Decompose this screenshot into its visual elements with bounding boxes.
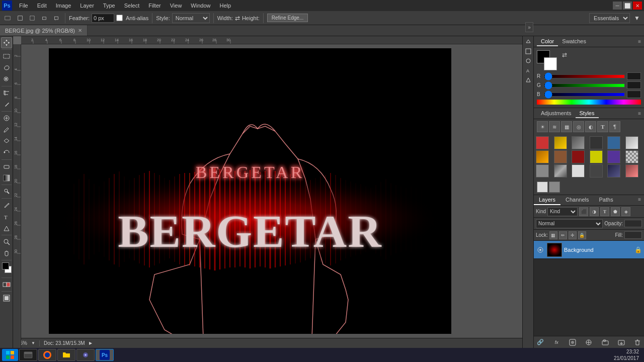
adj-saturation-icon[interactable]: ◐ — [585, 121, 596, 132]
add-adjustment-icon[interactable] — [584, 338, 593, 347]
taskbar-explorer[interactable] — [19, 349, 37, 361]
color-panel-collapse[interactable]: ≡ — [638, 39, 641, 44]
foreground-color-swatch[interactable] — [2, 262, 9, 269]
adjustments-tab[interactable]: Adjustments — [537, 109, 576, 118]
style-thumb-14[interactable] — [554, 164, 567, 177]
kind-filter-select[interactable]: Kind — [547, 207, 578, 216]
menu-select[interactable]: Select — [120, 2, 144, 10]
clone-stamp-icon[interactable] — [1, 136, 12, 147]
mini-tool-5[interactable] — [524, 75, 533, 84]
menu-type[interactable]: Type — [99, 2, 119, 10]
hand-tool-icon[interactable] — [1, 248, 12, 259]
lock-transparent-icon[interactable]: ▦ — [549, 231, 557, 239]
marquee-tool-icon[interactable] — [1, 51, 12, 62]
style-thumb-18[interactable] — [625, 164, 638, 177]
b-slider[interactable] — [544, 93, 625, 97]
gradient-tool-icon[interactable] — [1, 172, 12, 184]
style-thumb-13[interactable] — [536, 164, 549, 177]
style-thumb-1[interactable] — [536, 136, 549, 149]
style-thumb-6[interactable] — [625, 136, 638, 149]
background-color[interactable] — [544, 57, 557, 70]
minimize-button[interactable]: ─ — [613, 2, 622, 10]
tool-option-4[interactable] — [51, 13, 61, 23]
swap-colors-icon[interactable]: ⇄ — [562, 51, 567, 58]
mini-tool-1[interactable] — [524, 37, 533, 46]
mini-tool-3[interactable] — [524, 56, 533, 65]
adj-text-icon[interactable]: T — [597, 121, 608, 132]
brush-tool-icon[interactable] — [1, 124, 12, 135]
crop-tool-icon[interactable] — [1, 87, 12, 99]
r-slider[interactable] — [544, 74, 625, 78]
menu-filter[interactable]: Filter — [144, 2, 165, 10]
style-thumb-8[interactable] — [554, 150, 567, 163]
refine-edge-button[interactable]: Refine Edge... — [267, 14, 308, 22]
lock-image-icon[interactable]: ✏ — [559, 231, 567, 239]
taskbar-files[interactable] — [57, 349, 75, 361]
style-thumb-12[interactable] — [625, 150, 638, 163]
start-button[interactable] — [2, 349, 18, 361]
type-tool-icon[interactable]: T — [1, 211, 12, 222]
panel-collapse-button[interactable]: » — [525, 22, 533, 32]
layers-tab[interactable]: Layers — [534, 195, 560, 205]
r-value[interactable]: 0 — [627, 72, 641, 80]
workspace-options-icon[interactable]: ▼ — [632, 15, 642, 22]
color-tab[interactable]: Color — [537, 37, 558, 46]
taskbar-media[interactable] — [76, 349, 95, 361]
add-mask-icon[interactable] — [568, 338, 577, 347]
color-spectrum[interactable] — [537, 100, 641, 105]
channels-tab[interactable]: Channels — [560, 195, 594, 205]
eyedropper-tool-icon[interactable] — [1, 99, 12, 110]
mini-tool-2[interactable] — [524, 47, 533, 56]
style-thumb-16[interactable] — [590, 164, 603, 177]
b-value[interactable]: 0 — [627, 90, 641, 98]
lock-all-icon[interactable]: 🔒 — [578, 231, 586, 239]
menu-image[interactable]: Image — [52, 2, 75, 10]
path-select-icon[interactable] — [1, 223, 12, 234]
menu-window[interactable]: Window — [187, 2, 214, 10]
style-select[interactable]: Normal — [172, 13, 210, 23]
paths-tab[interactable]: Paths — [594, 195, 618, 205]
close-tab-button[interactable]: ✕ — [78, 28, 82, 33]
create-group-icon[interactable] — [601, 338, 610, 347]
feather-input[interactable] — [92, 14, 114, 23]
style-thumb-7[interactable] — [536, 150, 549, 163]
taskbar-photoshop[interactable]: Ps — [96, 349, 114, 361]
arrow-icon[interactable]: ▶ — [89, 341, 92, 345]
dodge-tool-icon[interactable] — [1, 186, 12, 197]
layer-visibility-toggle[interactable] — [536, 245, 545, 254]
taskbar-firefox[interactable] — [38, 349, 56, 361]
screen-mode-icon[interactable] — [1, 293, 12, 304]
tool-option-1[interactable] — [15, 13, 25, 23]
width-swap-icon[interactable]: ⇄ — [235, 15, 240, 22]
style-thumb-10[interactable] — [590, 150, 603, 163]
tool-option-3[interactable] — [39, 13, 49, 23]
lock-position-icon[interactable]: ✛ — [569, 231, 577, 239]
style-thumb-2[interactable] — [554, 136, 567, 149]
style-thumb-17[interactable] — [607, 164, 620, 177]
menu-file[interactable]: File — [15, 2, 32, 10]
style-thumb-11[interactable] — [607, 150, 620, 163]
document-tab[interactable]: BERGE.jpg @ 25% (RGB/8) ✕ — [0, 25, 88, 36]
restore-button[interactable]: ⬜ — [623, 2, 632, 10]
layer-fx-icon[interactable]: fx — [552, 338, 561, 347]
adj-levels-icon[interactable]: ▦ — [561, 121, 572, 132]
layer-link-icon[interactable]: 🔗 — [536, 338, 545, 347]
workspace-select[interactable]: Essentials — [589, 13, 630, 23]
adj-paragraph-icon[interactable]: ¶ — [609, 121, 620, 132]
style-thumb-4[interactable] — [590, 136, 603, 149]
eraser-tool-icon[interactable] — [1, 161, 12, 172]
delete-layer-icon[interactable] — [633, 338, 642, 347]
swatches-tab[interactable]: Swatches — [558, 37, 590, 46]
rectangular-marquee-icon[interactable] — [2, 13, 13, 24]
menu-view[interactable]: View — [166, 2, 186, 10]
blend-mode-select[interactable]: Normal — [536, 219, 603, 228]
healing-tool-icon[interactable] — [1, 113, 12, 124]
adj-white-icon[interactable] — [537, 182, 548, 193]
g-slider[interactable] — [544, 83, 625, 87]
filter-shape-icon[interactable]: ⬟ — [611, 207, 620, 216]
styles-tab[interactable]: Styles — [576, 109, 599, 118]
antialias-checkbox[interactable] — [116, 15, 123, 21]
style-thumb-5[interactable] — [607, 136, 620, 149]
fill-input[interactable]: 100% — [624, 231, 642, 239]
adj-curves-icon[interactable]: ≋ — [549, 121, 560, 132]
